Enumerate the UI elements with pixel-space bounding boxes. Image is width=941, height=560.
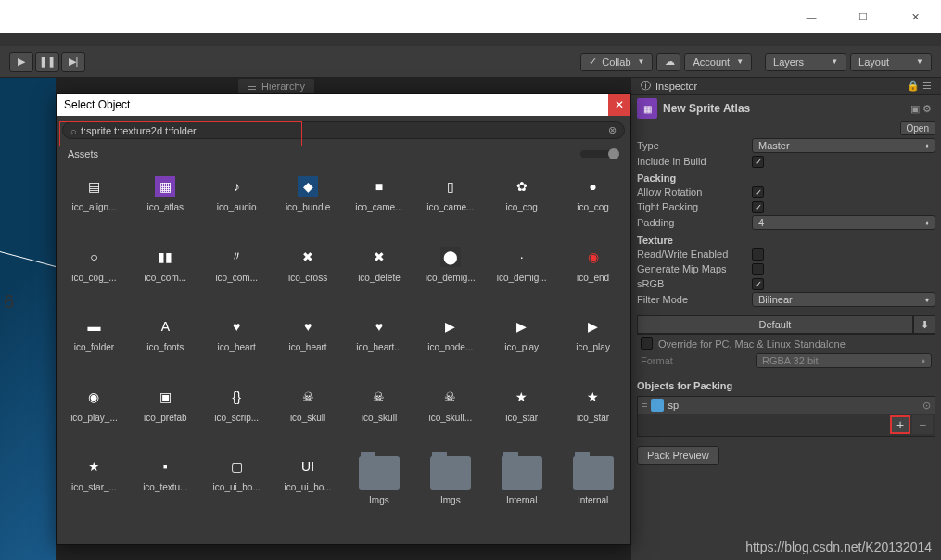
tight-packing-checkbox[interactable]: ✓ — [752, 201, 764, 213]
asset-label: ico_star_... — [71, 482, 117, 492]
asset-item[interactable]: ☠ico_skull... — [416, 383, 484, 450]
srgb-label: sRGB — [637, 278, 752, 289]
account-dropdown[interactable]: Account▼ — [684, 53, 752, 71]
asset-item[interactable]: ▤ico_align... — [60, 172, 128, 239]
asset-item[interactable]: ★ico_star — [559, 383, 627, 450]
asset-item[interactable]: ▦ico_atlas — [132, 172, 199, 239]
window-close[interactable]: ✕ — [896, 4, 934, 30]
asset-item[interactable]: ✿ico_cog — [488, 172, 555, 239]
asset-item[interactable]: ✖ico_cross — [274, 243, 342, 310]
window-minimize[interactable]: — — [793, 4, 830, 30]
step-button[interactable]: ▶| — [61, 52, 85, 72]
asset-item[interactable]: ☠ico_skull — [274, 383, 342, 450]
asset-item[interactable]: ■ico_came... — [346, 172, 413, 239]
asset-item[interactable]: ▣ico_prefab — [132, 383, 199, 450]
asset-item[interactable]: ♥ico_heart — [203, 312, 271, 379]
override-checkbox[interactable] — [641, 337, 653, 350]
list-item[interactable]: = sp ⊙ — [638, 397, 935, 414]
mip-checkbox[interactable] — [752, 263, 764, 275]
tab-inspector[interactable]: ⓘ Inspector 🔒 ☰ — [631, 78, 941, 95]
object-picker-icon[interactable]: ⊙ — [922, 400, 931, 412]
asset-label: ico_came... — [355, 202, 402, 212]
asset-item[interactable]: ▶ico_play — [559, 312, 627, 379]
window-maximize[interactable]: ☐ — [845, 4, 882, 30]
pause-button[interactable]: ❚❚ — [35, 52, 59, 72]
asset-item[interactable]: UIico_ui_bo... — [274, 452, 342, 532]
dialog-close-button[interactable]: ✕ — [608, 94, 630, 116]
asset-item[interactable]: ·ico_demig... — [488, 243, 555, 310]
asset-icon: ◉ — [583, 247, 604, 267]
asset-label: ico_fonts — [146, 342, 184, 352]
asset-icon: ■ — [369, 176, 389, 197]
asset-item[interactable]: ▪ico_textu... — [132, 452, 199, 532]
pack-preview-button[interactable]: Pack Preview — [637, 446, 719, 465]
type-label: Type — [637, 140, 752, 151]
srgb-checkbox[interactable]: ✓ — [752, 278, 764, 290]
asset-item[interactable]: ⬤ico_demig... — [416, 243, 484, 310]
cloud-button[interactable]: ☁ — [656, 53, 680, 71]
type-dropdown[interactable]: Master♦ — [752, 138, 935, 153]
asset-label: ico_star — [577, 413, 609, 423]
asset-item[interactable]: ●ico_cog — [559, 172, 627, 239]
search-input[interactable] — [81, 125, 608, 136]
asset-icon: 〃 — [226, 247, 247, 267]
asset-icon: A — [155, 316, 175, 337]
remove-object-button[interactable]: − — [912, 415, 933, 434]
layers-dropdown[interactable]: Layers▼ — [765, 53, 846, 71]
asset-label: ico_skull — [362, 413, 397, 423]
asset-item[interactable]: ♥ico_heart — [274, 312, 342, 379]
asset-item[interactable]: ◆ico_bundle — [274, 172, 342, 239]
asset-item[interactable]: ♪ico_audio — [203, 172, 271, 239]
asset-item[interactable]: ☠ico_skull — [346, 383, 413, 450]
asset-item[interactable]: ♥ico_heart... — [346, 312, 413, 379]
asset-item[interactable]: ◉ico_end — [559, 243, 627, 310]
asset-item[interactable]: ▢ico_ui_bo... — [203, 452, 271, 532]
layout-dropdown[interactable]: Layout▼ — [850, 53, 932, 71]
format-dropdown[interactable]: RGBA 32 bit♦ — [756, 353, 932, 368]
scene-number: 6 — [4, 291, 14, 312]
asset-item[interactable]: {}ico_scrip... — [203, 383, 271, 450]
include-checkbox[interactable]: ✓ — [752, 156, 764, 168]
asset-item[interactable]: ▬ico_folder — [60, 312, 128, 379]
collab-dropdown[interactable]: ✓ Collab▼ — [580, 53, 653, 71]
asset-item[interactable]: ◉ico_play_... — [60, 383, 128, 450]
asset-item[interactable]: Internal — [488, 452, 555, 532]
play-button[interactable]: ▶ — [9, 52, 33, 72]
inspector-gear-icon[interactable]: ▣ ⚙ — [910, 103, 932, 115]
asset-icon: ♥ — [298, 316, 318, 337]
asset-item[interactable]: Imgs — [346, 452, 413, 532]
platform-download-icon[interactable]: ⬇ — [913, 315, 935, 334]
asset-item[interactable]: ★ico_star — [488, 383, 555, 450]
asset-label: ico_node... — [427, 342, 473, 352]
panel-lock-icon[interactable]: 🔒 ☰ — [907, 80, 932, 92]
rw-checkbox[interactable] — [752, 248, 764, 261]
clear-search-icon[interactable]: ⊗ — [608, 124, 617, 136]
asset-item[interactable]: ▮▮ico_com... — [132, 243, 199, 310]
asset-icon: ✖ — [298, 247, 318, 267]
format-label: Format — [641, 355, 756, 366]
padding-dropdown[interactable]: 4♦ — [752, 215, 935, 230]
asset-item[interactable]: 〃ico_com... — [203, 243, 271, 310]
allow-rotation-checkbox[interactable]: ✓ — [752, 186, 764, 198]
filter-dropdown[interactable]: Bilinear♦ — [752, 292, 935, 307]
asset-item[interactable]: ▯ico_came... — [416, 172, 484, 239]
asset-label: ico_skull... — [428, 413, 472, 423]
asset-item[interactable]: Imgs — [416, 452, 484, 532]
platform-tab-default[interactable]: Default — [637, 315, 913, 334]
asset-icon: ▶ — [440, 316, 461, 337]
scene-view-bg: 6 — [0, 78, 56, 560]
asset-item[interactable]: ✖ico_delete — [346, 243, 413, 310]
tab-assets[interactable]: Assets — [64, 146, 102, 161]
open-button[interactable]: Open — [900, 121, 935, 135]
grid-size-slider[interactable] — [580, 150, 617, 158]
asset-item[interactable]: ○ico_cog_... — [60, 243, 128, 310]
asset-label: ico_com... — [215, 273, 258, 283]
asset-item[interactable]: ★ico_star_... — [60, 452, 128, 532]
asset-label: Imgs — [440, 495, 461, 505]
add-object-button[interactable]: + — [890, 415, 910, 434]
asset-item[interactable]: Internal — [559, 452, 627, 532]
asset-item[interactable]: Aico_fonts — [132, 312, 199, 379]
folder-icon — [430, 456, 471, 490]
asset-item[interactable]: ▶ico_node... — [416, 312, 484, 379]
asset-item[interactable]: ▶ico_play — [488, 312, 555, 379]
